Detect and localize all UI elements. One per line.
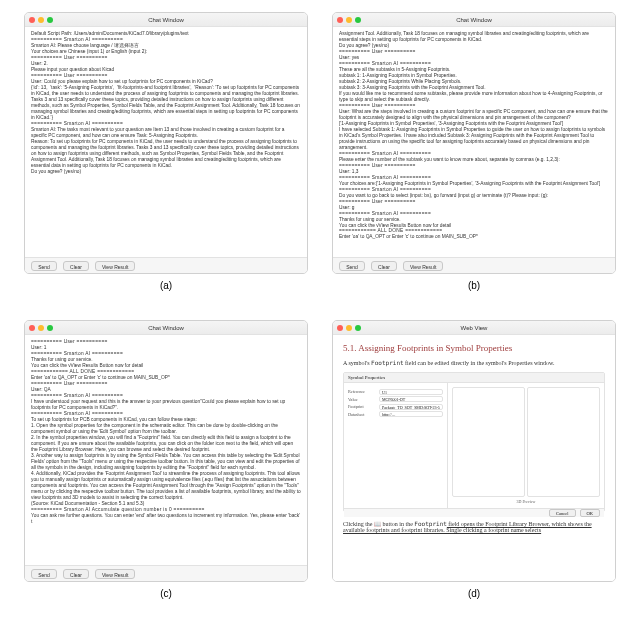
subfigure-caption: (a) — [160, 280, 172, 291]
chat-line: I have selected Subtask 1: Assigning Foo… — [339, 127, 609, 151]
chat-line: Enter 'oa' to QA_OPT or Enter 'c' to con… — [339, 234, 609, 240]
button-bar: Send Clear View Result — [25, 257, 307, 273]
code-footprint: Footprint — [414, 520, 447, 527]
send-button[interactable]: Send — [31, 261, 57, 271]
titlebar: Chat Window — [25, 13, 307, 27]
clear-button[interactable]: Clear — [63, 261, 89, 271]
chat-window-c: Chat Window ========== User ==========Us… — [24, 320, 308, 582]
field-input[interactable]: U1 — [379, 389, 443, 395]
subfigure-caption: (b) — [468, 280, 480, 291]
close-icon[interactable] — [337, 17, 343, 23]
subfigure-caption: (c) — [160, 588, 172, 599]
button-bar: Send Clear View Result — [25, 565, 307, 581]
chat-line: Smarton AI: The tasks most relevant to y… — [31, 127, 301, 139]
chat-line: 3. Another way to assign footprints is b… — [31, 453, 301, 471]
close-icon[interactable] — [337, 325, 343, 331]
window-title: Chat Window — [333, 17, 615, 23]
footprint-list[interactable] — [527, 387, 600, 497]
clear-button[interactable]: Clear — [63, 569, 89, 579]
chat-line: Do you agree? (yes/no) — [31, 169, 301, 175]
cancel-button[interactable]: Cancel — [549, 509, 576, 517]
cell-c: Chat Window ========== User ==========Us… — [24, 320, 308, 614]
field-input[interactable]: Package_TO_SOT_SMD:SOT-23-5 — [379, 404, 443, 410]
footprint-browser: 3D Preview — [448, 383, 604, 508]
clear-button[interactable]: Clear — [371, 261, 397, 271]
minimize-icon[interactable] — [38, 17, 44, 23]
chat-transcript: ========== User ==========User: 1=======… — [25, 335, 307, 565]
form-row: FootprintPackage_TO_SOT_SMD:SOT-23-5 — [348, 404, 443, 410]
chat-line: If you would like me to recommend some s… — [339, 91, 609, 103]
view-result-button[interactable]: View Result — [95, 569, 135, 579]
chat-window-b: Chat Window Assignment Tool. Additionall… — [332, 12, 616, 274]
chat-line: {'id': 13, 'task': '5-Assigning Footprin… — [31, 85, 301, 121]
figure-footer: Cancel OK — [344, 508, 604, 517]
doc-intro: A symbol's Footprint field can be edited… — [343, 359, 605, 366]
code-footprint: Footprint — [371, 359, 404, 366]
chat-line: 1. Open the symbol properties for the co… — [31, 423, 301, 435]
chat-line: Your choices are:['1-Assigning Footprint… — [339, 181, 609, 187]
send-button[interactable]: Send — [339, 261, 365, 271]
chat-line: Reason: To set up footprints for PC comp… — [31, 139, 301, 169]
figure-title: Symbol Properties — [344, 373, 604, 383]
text: A symbol's — [343, 360, 371, 366]
doc-outro: Clicking the 📖 button in the Footprint f… — [343, 520, 605, 533]
chat-transcript: Assignment Tool. Additionally, Task 18 f… — [333, 27, 615, 257]
chat-line: 4. Additionally, KiCad provides the 'Foo… — [31, 471, 301, 501]
titlebar: Chat Window — [333, 13, 615, 27]
chat-line: Assignment Tool. Additionally, Task 18 f… — [339, 31, 609, 43]
doc-content: 5.1. Assigning Footprints in Symbol Prop… — [333, 335, 615, 581]
button-bar: Send Clear View Result — [333, 257, 615, 273]
minimize-icon[interactable] — [38, 325, 44, 331]
form-row: Datasheethttp://… — [348, 411, 443, 417]
symbol-properties-form: ReferenceU1ValueMCP6001-OTFootprintPacka… — [344, 383, 448, 508]
web-view-window: Web View 5.1. Assigning Footprints in Sy… — [332, 320, 616, 582]
field-label: Footprint — [348, 404, 376, 409]
chat-window-a: Chat Window Default Script Path: /Users/… — [24, 12, 308, 274]
chat-transcript: Default Script Path: /Users/admin/Docume… — [25, 27, 307, 257]
library-list[interactable] — [452, 387, 525, 497]
titlebar: Chat Window — [25, 321, 307, 335]
chat-line: User: What are the steps involved in cre… — [339, 109, 609, 121]
traffic-lights — [337, 325, 361, 331]
window-title: Web View — [333, 325, 615, 331]
minimize-icon[interactable] — [346, 325, 352, 331]
field-label: Value — [348, 397, 376, 402]
ok-button[interactable]: OK — [580, 509, 601, 517]
minimize-icon[interactable] — [346, 17, 352, 23]
field-input[interactable]: http://… — [379, 411, 443, 417]
close-icon[interactable] — [29, 17, 35, 23]
titlebar: Web View — [333, 321, 615, 335]
zoom-icon[interactable] — [47, 17, 53, 23]
cell-a: Chat Window Default Script Path: /Users/… — [24, 12, 308, 306]
window-title: Chat Window — [25, 17, 307, 23]
zoom-icon[interactable] — [355, 325, 361, 331]
figure-grid: Chat Window Default Script Path: /Users/… — [0, 0, 640, 618]
traffic-lights — [29, 17, 53, 23]
text: field can be edited directly in the symb… — [404, 360, 555, 366]
subfigure-caption: (d) — [468, 588, 480, 599]
close-icon[interactable] — [29, 325, 35, 331]
cell-d: Web View 5.1. Assigning Footprints in Sy… — [332, 320, 616, 614]
traffic-lights — [337, 17, 361, 23]
figure-body: ReferenceU1ValueMCP6001-OTFootprintPacka… — [344, 383, 604, 508]
cell-b: Chat Window Assignment Tool. Additionall… — [332, 12, 616, 306]
doc-heading: 5.1. Assigning Footprints in Symbol Prop… — [343, 343, 605, 353]
form-row: ValueMCP6001-OT — [348, 396, 443, 402]
field-label: Datasheet — [348, 412, 376, 417]
chat-line: 2. In the symbol properties window, you … — [31, 435, 301, 453]
chat-line: I have understood your request and this … — [31, 399, 301, 411]
preview-label: 3D Preview — [452, 499, 600, 504]
browser-grid — [452, 387, 600, 497]
chat-line: You can ask me further questions. You ca… — [31, 513, 301, 525]
view-result-button[interactable]: View Result — [403, 261, 443, 271]
field-input[interactable]: MCP6001-OT — [379, 396, 443, 402]
zoom-icon[interactable] — [47, 325, 53, 331]
field-label: Reference — [348, 389, 376, 394]
symbol-properties-figure: Symbol Properties ReferenceU1ValueMCP600… — [343, 372, 605, 512]
zoom-icon[interactable] — [355, 17, 361, 23]
form-row: ReferenceU1 — [348, 389, 443, 395]
traffic-lights — [29, 325, 53, 331]
send-button[interactable]: Send — [31, 569, 57, 579]
window-title: Chat Window — [25, 325, 307, 331]
view-result-button[interactable]: View Result — [95, 261, 135, 271]
